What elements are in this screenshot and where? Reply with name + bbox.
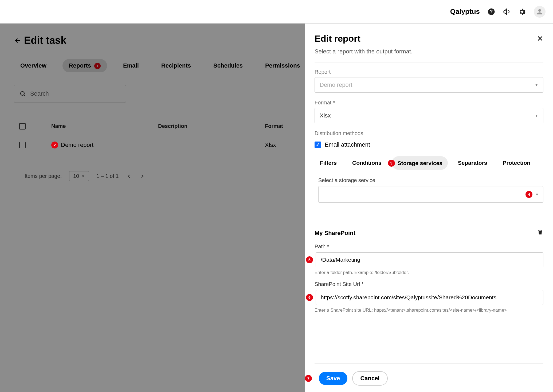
step-dot-5: 5: [306, 256, 313, 263]
step-dot-2: 2: [51, 142, 58, 148]
drawer-subtabs: Filters Conditions 3 Storage services Se…: [315, 156, 543, 170]
divider: [315, 212, 543, 212]
brand-name: Qalyptus: [450, 7, 480, 16]
path-label: Path *: [315, 244, 543, 250]
close-icon[interactable]: ✕: [537, 34, 543, 43]
report-label: Report: [315, 69, 543, 75]
format-label: Format *: [315, 100, 543, 106]
avatar[interactable]: [534, 6, 546, 18]
site-url-hint: Enter a SharePoint site URL: https://<te…: [315, 308, 543, 313]
trash-icon[interactable]: [537, 229, 543, 237]
step-dot-6: 6: [306, 294, 313, 301]
subtab-filters[interactable]: Filters: [315, 156, 342, 169]
cancel-button[interactable]: Cancel: [352, 371, 387, 386]
dist-label: Distribution methods: [315, 130, 543, 136]
sharepoint-title: My SharePoint: [315, 230, 355, 237]
checkbox-checked-icon[interactable]: ✓: [315, 142, 321, 148]
email-attachment-row[interactable]: ✓ Email attachment: [315, 141, 543, 148]
step-dot-4: 4: [525, 191, 532, 198]
report-select[interactable]: Demo report ▼: [315, 77, 543, 93]
site-url-input[interactable]: [316, 290, 543, 305]
divider: [315, 62, 543, 62]
subtab-separators[interactable]: Separators: [453, 156, 493, 169]
announce-icon[interactable]: [503, 8, 511, 16]
svg-point-2: [538, 9, 541, 12]
subtab-conditions[interactable]: Conditions: [347, 156, 387, 169]
format-value: Xlsx: [320, 112, 331, 119]
storage-select-label: Select a storage service: [318, 177, 543, 183]
drawer-subtitle: Select a report with the output format.: [315, 48, 543, 56]
drawer-edit-report: Edit report ✕ Select a report with the o…: [305, 23, 553, 392]
gear-icon[interactable]: [518, 8, 526, 16]
subtab-storage-services[interactable]: 3 Storage services: [392, 156, 448, 170]
site-url-label: SharePoint Site Url *: [315, 281, 543, 287]
email-attachment-label: Email attachment: [325, 141, 370, 148]
step-dot-3: 3: [388, 160, 395, 167]
report-value: Demo report: [320, 81, 352, 88]
save-button[interactable]: Save: [319, 372, 347, 385]
step-dot-7: 7: [305, 375, 312, 382]
subtab-protection[interactable]: Protection: [497, 156, 536, 169]
topbar: Qalyptus ?: [0, 0, 553, 23]
chevron-down-icon: ▼: [535, 113, 538, 118]
drawer-footer: 7 Save Cancel: [315, 363, 543, 386]
help-icon[interactable]: ?: [487, 8, 495, 16]
subtab-storage-label: Storage services: [398, 160, 442, 166]
path-input[interactable]: [316, 252, 543, 267]
chevron-down-icon: ▼: [535, 192, 539, 197]
storage-service-select[interactable]: 4 ▼: [318, 186, 543, 203]
drawer-title: Edit report: [315, 33, 360, 44]
chevron-down-icon: ▼: [535, 83, 538, 87]
path-hint: Enter a folder path. Example: /folder/Su…: [315, 270, 543, 275]
svg-text:?: ?: [490, 9, 493, 14]
format-select[interactable]: Xlsx ▼: [315, 108, 543, 123]
